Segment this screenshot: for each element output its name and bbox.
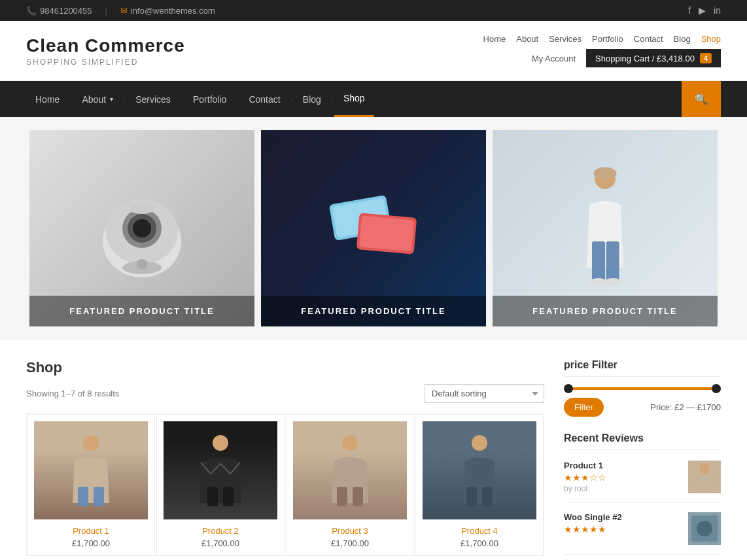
nav-dot-4: • [237,97,238,101]
svg-point-6 [137,259,147,270]
site-header: Clean Commerce Shopping Simplified Home … [0,21,747,81]
svg-rect-14 [592,241,605,283]
review-info-1: Product 1 ★★★☆☆ by root [564,461,682,493]
product-name-2: Product 2 [164,526,277,536]
search-button[interactable]: 🔍 [682,81,721,117]
product-image-2 [164,421,277,519]
product-name-3: Product 3 [293,526,407,536]
my-account-link[interactable]: My Account [532,54,576,63]
svg-rect-20 [94,487,104,506]
recent-reviews-section: Recent Reviews Product 1 ★★★☆☆ by root W… [564,432,721,555]
price-filter: Filter Price: £2 — £1700 [564,387,721,417]
product-price-2: £1,700.00 [164,538,277,548]
main-nav-blog[interactable]: Blog [294,82,330,116]
review-thumb-1 [688,461,721,493]
product-card-2[interactable]: Product 2 £1,700.00 [156,414,285,555]
nav-home[interactable]: Home [483,34,506,44]
nav-dot-1: • [70,97,71,101]
price-handle-min[interactable] [564,384,573,393]
featured-product-1[interactable]: FEATURED PRODUCT TITLE [29,130,254,326]
price-range-track[interactable] [564,387,721,390]
svg-point-13 [593,167,616,179]
product-card-1[interactable]: Product 1 £1,700.00 [27,414,155,555]
product-fashion-svg-3 [324,431,376,510]
review-product-img-2 [688,512,721,545]
nav-portfolio[interactable]: Portfolio [592,34,623,44]
product-card-4[interactable]: Product 4 £1,700.00 [415,414,544,555]
logo[interactable]: Clean Commerce Shopping Simplified [26,35,185,67]
product-price-4: £1,700.00 [423,538,536,548]
featured-title-1: FEATURED PRODUCT TITLE [40,306,244,316]
review-name-1[interactable]: Product 1 [564,461,682,470]
header-right: Home About Services Portfolio Contact Bl… [483,34,721,67]
nav-shop[interactable]: Shop [701,34,721,44]
main-nav-contact[interactable]: Contact [239,82,289,116]
sort-select[interactable]: Default sorting Sort by popularity Sort … [425,384,544,403]
svg-rect-28 [466,487,477,506]
main-nav-shop[interactable]: Shop [334,81,374,117]
shopping-cart-button[interactable]: Shopping Cart / £3,418.00 4 [586,49,721,67]
main-nav-portfolio[interactable]: Portfolio [184,82,235,116]
facebook-icon[interactable]: f [688,5,691,16]
main-nav-home[interactable]: Home [26,82,69,116]
svg-point-4 [133,219,151,237]
logo-subtitle: Shopping Simplified [26,58,185,67]
review-name-2[interactable]: Woo Single #2 [564,512,682,522]
svg-point-16 [590,278,607,287]
linkedin-icon[interactable]: in [714,5,721,16]
cart-label: Shopping Cart / £3,418.00 [595,54,695,63]
product-name-4: Product 4 [423,526,536,536]
phone-icon: 📞 [26,6,37,16]
nav-contact[interactable]: Contact [634,34,663,44]
social-links: f ▶ in [688,5,721,16]
svg-point-7 [129,203,155,214]
price-filter-title: price Filter [564,359,721,377]
svg-rect-22 [207,487,218,506]
product-name-1: Product 1 [34,526,148,536]
youtube-icon[interactable]: ▶ [699,5,706,16]
svg-rect-15 [606,241,619,283]
review-thumb-2 [688,512,721,545]
main-nav-about[interactable]: About ▾ [73,82,122,116]
svg-point-21 [213,435,228,451]
price-handle-max[interactable] [712,384,721,393]
svg-rect-26 [353,487,363,506]
filter-button[interactable]: Filter [564,398,604,417]
product-card-3[interactable]: Product 3 £1,700.00 [286,414,414,555]
review-product-img-1 [688,461,721,493]
featured-title-2: FEATURED PRODUCT TITLE [271,306,476,316]
svg-point-18 [83,435,99,451]
price-range-fill [564,387,721,390]
featured-title-3: FEATURED PRODUCT TITLE [503,306,707,316]
nav-dot-6: • [332,97,333,101]
nav-blog[interactable]: Blog [674,34,691,44]
review-item-2: Woo Single #2 ★★★★★ [564,512,721,555]
shop-sidebar: price Filter Filter Price: £2 — £1700 Re… [564,359,721,560]
featured-overlay-2: FEATURED PRODUCT TITLE [261,296,486,326]
header-actions: My Account Shopping Cart / £3,418.00 4 [532,49,721,67]
product-image-1 [34,421,148,519]
product-price-3: £1,700.00 [293,538,407,548]
email-info: ✉ info@wenthemes.com [120,6,215,16]
review-info-2: Woo Single #2 ★★★★★ [564,512,682,536]
review-stars-2: ★★★★★ [564,524,682,534]
review-author-1: by root [564,484,682,493]
shop-section: Shop Showing 1–7 of 8 results Default so… [0,340,747,560]
featured-product-2[interactable]: FEATURED PRODUCT TITLE [261,130,486,326]
separator: | [105,6,107,16]
featured-product-3[interactable]: FEATURED PRODUCT TITLE [493,130,718,326]
product-price-1: £1,700.00 [34,538,148,548]
shop-title: Shop [26,359,544,376]
svg-rect-25 [337,487,347,506]
nav-services[interactable]: Services [549,34,582,44]
nav-dot-2: • [124,97,125,101]
phone-info: 📞 98461200455 [26,6,92,16]
shop-showing-count: Showing 1–7 of 8 results [26,389,119,398]
nav-dot-7: • [375,97,377,101]
price-filter-section: price Filter Filter Price: £2 — £1700 [564,359,721,417]
product-fashion-svg-2 [194,431,247,510]
top-bar: 📞 98461200455 | ✉ info@wenthemes.com f ▶… [0,0,747,21]
featured-overlay-1: FEATURED PRODUCT TITLE [29,296,254,326]
main-nav-services[interactable]: Services [126,82,180,116]
nav-about[interactable]: About [516,34,538,44]
